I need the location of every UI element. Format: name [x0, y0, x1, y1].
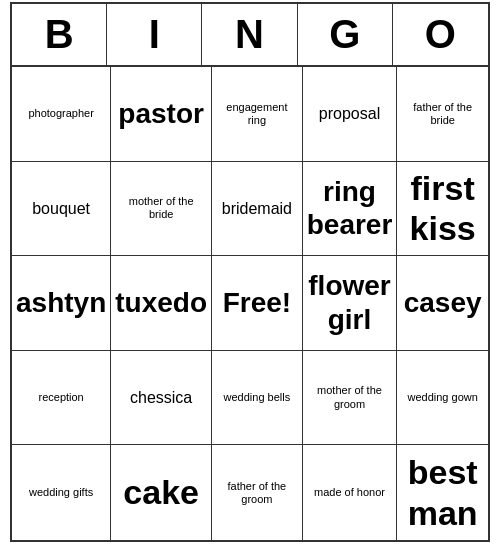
- cell-text: father of the groom: [216, 480, 298, 506]
- cell-text: bridemaid: [222, 199, 292, 218]
- cell-text: reception: [38, 391, 83, 404]
- cell-text: chessica: [130, 388, 192, 407]
- bingo-header: BINGO: [12, 4, 488, 67]
- header-letter: O: [393, 4, 488, 65]
- bingo-grid: photographerpastorengagement ringproposa…: [12, 67, 488, 540]
- header-letter: N: [202, 4, 297, 65]
- bingo-cell: ashtyn: [12, 256, 111, 351]
- header-letter: G: [298, 4, 393, 65]
- bingo-cell: father of the groom: [212, 445, 303, 540]
- bingo-cell: proposal: [303, 67, 398, 162]
- bingo-cell: photographer: [12, 67, 111, 162]
- bingo-cell: reception: [12, 351, 111, 446]
- cell-text: made of honor: [314, 486, 385, 499]
- cell-text: tuxedo: [115, 286, 207, 320]
- bingo-cell: casey: [397, 256, 488, 351]
- cell-text: flower girl: [307, 269, 393, 336]
- bingo-cell: mother of the bride: [111, 162, 212, 257]
- cell-text: bouquet: [32, 199, 90, 218]
- cell-text: wedding gown: [407, 391, 477, 404]
- bingo-card: BINGO photographerpastorengagement ringp…: [10, 2, 490, 542]
- cell-text: father of the bride: [401, 101, 484, 127]
- bingo-cell: bridemaid: [212, 162, 303, 257]
- cell-text: Free!: [223, 286, 291, 320]
- cell-text: pastor: [118, 97, 204, 131]
- header-letter: I: [107, 4, 202, 65]
- cell-text: casey: [404, 286, 482, 320]
- cell-text: mother of the bride: [115, 195, 207, 221]
- cell-text: ring bearer: [307, 175, 393, 242]
- cell-text: best man: [401, 452, 484, 534]
- header-letter: B: [12, 4, 107, 65]
- bingo-cell: wedding gifts: [12, 445, 111, 540]
- bingo-cell: first kiss: [397, 162, 488, 257]
- bingo-cell: chessica: [111, 351, 212, 446]
- bingo-cell: ring bearer: [303, 162, 398, 257]
- cell-text: proposal: [319, 104, 380, 123]
- bingo-cell: bouquet: [12, 162, 111, 257]
- bingo-cell: cake: [111, 445, 212, 540]
- cell-text: engagement ring: [216, 101, 298, 127]
- bingo-cell: best man: [397, 445, 488, 540]
- cell-text: first kiss: [401, 168, 484, 250]
- cell-text: photographer: [28, 107, 93, 120]
- cell-text: cake: [123, 472, 199, 513]
- bingo-cell: engagement ring: [212, 67, 303, 162]
- bingo-cell: wedding gown: [397, 351, 488, 446]
- bingo-cell: wedding bells: [212, 351, 303, 446]
- bingo-cell: father of the bride: [397, 67, 488, 162]
- bingo-cell: Free!: [212, 256, 303, 351]
- cell-text: wedding bells: [224, 391, 291, 404]
- bingo-cell: tuxedo: [111, 256, 212, 351]
- cell-text: mother of the groom: [307, 384, 393, 410]
- cell-text: wedding gifts: [29, 486, 93, 499]
- bingo-cell: mother of the groom: [303, 351, 398, 446]
- bingo-cell: pastor: [111, 67, 212, 162]
- cell-text: ashtyn: [16, 286, 106, 320]
- bingo-cell: made of honor: [303, 445, 398, 540]
- bingo-cell: flower girl: [303, 256, 398, 351]
